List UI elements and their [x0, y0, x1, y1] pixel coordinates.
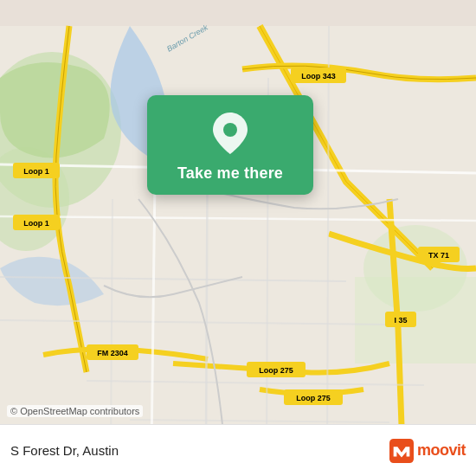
- svg-text:I 35: I 35: [394, 316, 407, 325]
- location-pin-icon: [208, 111, 253, 156]
- moovit-logo: moovit: [389, 439, 466, 463]
- popup-card: Take me there: [147, 95, 313, 195]
- map-attribution: © OpenStreetMap contributors: [7, 405, 143, 417]
- take-me-there-button[interactable]: Take me there: [177, 164, 283, 183]
- moovit-icon: [389, 439, 414, 463]
- bottom-bar: S Forest Dr, Austin moovit: [0, 424, 476, 476]
- location-label: S Forest Dr, Austin: [10, 443, 119, 458]
- svg-text:Loop 1: Loop 1: [23, 167, 49, 176]
- svg-text:FM 2304: FM 2304: [97, 349, 128, 357]
- svg-text:Loop 275: Loop 275: [259, 366, 293, 375]
- map-container: Loop 1 Loop 1 Loop 343 TX 71 I 35 FM 230…: [0, 0, 476, 476]
- svg-text:Loop 343: Loop 343: [301, 72, 336, 80]
- moovit-text: moovit: [417, 441, 466, 460]
- svg-point-33: [223, 123, 237, 137]
- svg-text:TX 71: TX 71: [428, 251, 449, 260]
- svg-text:Loop 1: Loop 1: [23, 219, 49, 228]
- svg-text:Loop 275: Loop 275: [296, 394, 331, 402]
- svg-rect-34: [389, 439, 414, 463]
